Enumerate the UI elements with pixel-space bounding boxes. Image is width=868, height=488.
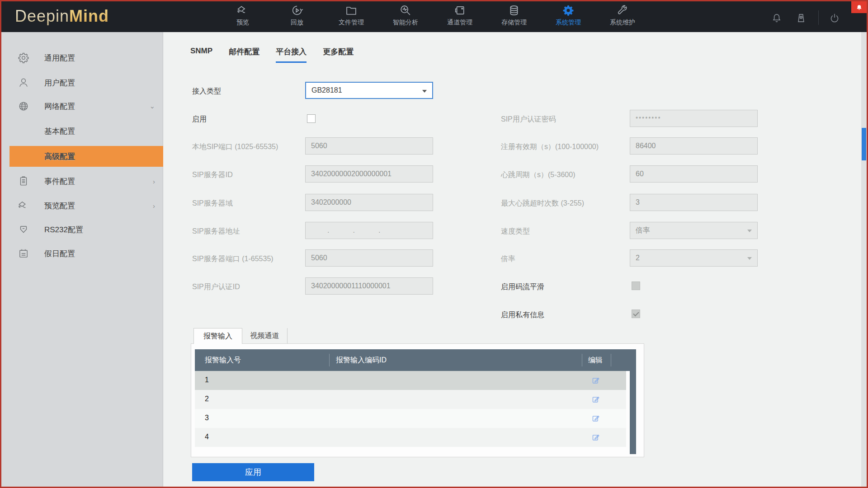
header-separator: [611, 354, 611, 366]
logo-part1: Deepin: [15, 7, 69, 25]
edit-button[interactable]: [592, 433, 600, 441]
sidebar-label: 通用配置: [44, 53, 75, 63]
nav-preview[interactable]: 预览: [217, 4, 268, 30]
nav-storage-management[interactable]: 存储管理: [489, 4, 539, 30]
nav-label: 存储管理: [501, 19, 527, 27]
apply-button[interactable]: 应用: [192, 463, 314, 481]
nav-smart-analysis[interactable]: 智能分析: [380, 4, 431, 30]
tab-platform-access[interactable]: 平台接入: [276, 47, 307, 63]
edit-button[interactable]: [592, 414, 600, 422]
sip-password-input[interactable]: ********: [630, 110, 758, 127]
storage-icon: [508, 4, 520, 17]
sip-server-port-value: 5060: [311, 254, 327, 262]
table-row[interactable]: 4: [195, 428, 626, 447]
table-header: 报警输入号 报警输入编码ID 编辑: [195, 349, 636, 371]
private-info-label: 启用私有信息: [501, 310, 544, 320]
nav-file-management[interactable]: 文件管理: [326, 4, 377, 30]
camera-icon: [236, 4, 249, 17]
sidebar-item-general-config[interactable]: 通用配置: [1, 47, 163, 68]
nav-system-management[interactable]: 系统管理: [543, 4, 594, 30]
nav-label: 系统维护: [610, 19, 635, 27]
sip-server-addr-input[interactable]: ...: [305, 222, 433, 239]
row-number: 3: [205, 414, 209, 422]
subtab-video-channel[interactable]: 视频通道: [242, 328, 288, 344]
edit-icon: [592, 376, 600, 385]
chevron-down-icon: ⌄: [149, 102, 155, 110]
stream-smooth-checkbox[interactable]: [632, 282, 640, 290]
sidebar-item-advanced-config[interactable]: 高级配置: [9, 146, 163, 167]
sip-server-port-input[interactable]: 5060: [305, 249, 433, 267]
sip-server-domain-input[interactable]: 3402000000: [305, 194, 433, 211]
sidebar-item-holiday-config[interactable]: 假日配置: [1, 243, 163, 264]
nav-label: 通道管理: [447, 19, 472, 27]
multiple-select[interactable]: 2: [630, 249, 758, 267]
sidebar-item-rs232-config[interactable]: RS232配置: [1, 219, 163, 240]
local-sip-port-label: 本地SIP端口 (1025-65535): [192, 142, 278, 152]
register-validity-input[interactable]: 86400: [630, 137, 758, 155]
storage-device-button[interactable]: [795, 12, 807, 24]
sip-user-auth-id-label: SIP用户认证ID: [192, 282, 240, 292]
sidebar-item-event-config[interactable]: 事件配置 ›: [1, 171, 163, 192]
table-row[interactable]: 1: [195, 371, 626, 390]
enable-label: 启用: [192, 115, 207, 124]
private-info-checkbox[interactable]: [632, 310, 640, 318]
sip-user-auth-id-input[interactable]: 34020000001110000001: [305, 277, 433, 295]
scrollbar-thumb[interactable]: [862, 128, 866, 160]
alarm-bell-icon: [856, 4, 863, 11]
sidebar-label: 高级配置: [44, 151, 75, 162]
sidebar-label: 事件配置: [44, 176, 75, 187]
multiple-label: 倍率: [501, 254, 515, 264]
tab-more-config[interactable]: 更多配置: [323, 47, 354, 63]
max-heartbeat-timeout-input[interactable]: 3: [630, 194, 758, 211]
stream-smooth-label: 启用码流平滑: [501, 282, 544, 292]
sip-server-id-value: 34020000002000000001: [311, 170, 392, 178]
page-scrollbar[interactable]: [861, 32, 867, 488]
table-row[interactable]: 3: [195, 409, 626, 428]
sip-password-label: SIP用户认证密码: [501, 115, 556, 124]
sip-password-value: ********: [636, 115, 661, 122]
power-icon: [829, 12, 840, 24]
table-row[interactable]: 2: [195, 390, 626, 409]
sidebar-item-preview-config[interactable]: 预览配置 ›: [1, 195, 163, 216]
sidebar-item-network-config[interactable]: 网络配置 ⌄: [1, 96, 163, 117]
edit-icon: [592, 395, 600, 404]
chevron-right-icon: ›: [153, 178, 155, 185]
header-divider: [818, 10, 819, 25]
sidebar-item-user-config[interactable]: 用户配置: [1, 72, 163, 93]
nav-channel-management[interactable]: 通道管理: [434, 4, 485, 30]
tab-email-config[interactable]: 邮件配置: [229, 47, 259, 63]
sip-server-id-label: SIP服务器ID: [192, 170, 233, 180]
clipboard-icon: [18, 175, 29, 187]
tab-snmp[interactable]: SNMP: [190, 47, 212, 63]
header: DeepinMind 预览 回放 文件管理 智能分析 通道管理: [1, 1, 867, 32]
sidebar-label: 假日配置: [44, 249, 75, 259]
heartbeat-cycle-input[interactable]: 60: [630, 165, 758, 183]
subtab-alarm-input[interactable]: 报警输入: [193, 328, 242, 344]
edit-button[interactable]: [592, 395, 600, 404]
power-button[interactable]: [829, 12, 840, 24]
enable-checkbox[interactable]: [307, 114, 316, 123]
alarm-badge[interactable]: [851, 1, 867, 13]
wrench-icon: [616, 4, 629, 17]
nav-label: 智能分析: [393, 19, 418, 27]
edit-button[interactable]: [592, 376, 600, 385]
speed-type-select[interactable]: 倍率: [630, 222, 758, 239]
speed-type-value: 倍率: [636, 226, 650, 235]
camera-icon: [18, 200, 29, 211]
sidebar-item-basic-config[interactable]: 基本配置: [1, 121, 163, 141]
col-edit: 编辑: [588, 356, 603, 365]
sip-server-id-input[interactable]: 34020000002000000001: [305, 165, 433, 183]
local-sip-port-input[interactable]: 5060: [305, 137, 433, 155]
access-type-select[interactable]: GB28181: [305, 82, 433, 99]
speed-type-label: 速度类型: [501, 227, 530, 236]
analysis-icon: [399, 4, 412, 17]
nav-playback[interactable]: 回放: [272, 4, 322, 30]
main-nav: 预览 回放 文件管理 智能分析 通道管理 存储管理: [217, 4, 648, 30]
local-sip-port-value: 5060: [311, 142, 327, 150]
alarm-bell-button[interactable]: [771, 12, 783, 24]
gear-icon: [562, 4, 575, 17]
row-number: 1: [205, 376, 209, 384]
nav-system-maintenance[interactable]: 系统维护: [597, 4, 648, 30]
register-validity-label: 注册有效期（s）(100-100000): [501, 142, 599, 152]
user-icon: [18, 77, 29, 89]
